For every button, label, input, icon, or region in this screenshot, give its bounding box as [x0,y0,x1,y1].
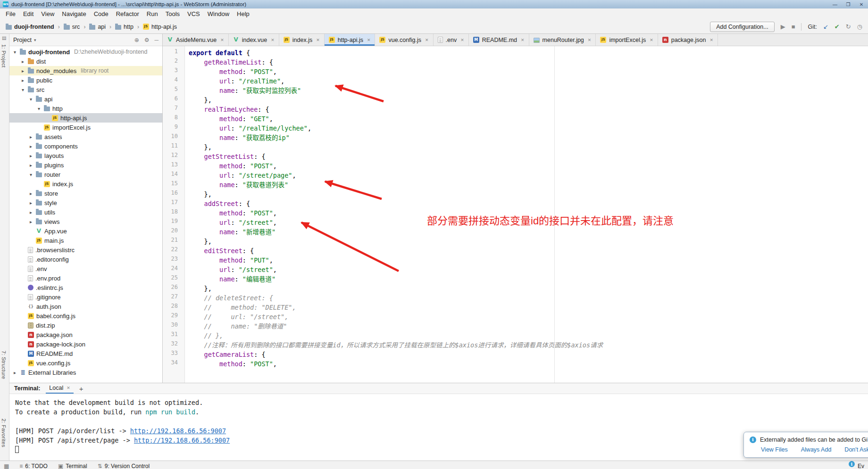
tree-item-node_modules[interactable]: ▸node_moduleslibrary root [9,66,162,75]
chevron-collapsed-icon[interactable]: ▸ [28,210,33,215]
code-line[interactable]: method: "POST", [189,161,868,171]
chevron-collapsed-icon[interactable]: ▸ [28,144,33,149]
tree-item-layouts[interactable]: ▸layouts [9,151,162,160]
tab-vue.config.js[interactable]: vue.config.js✕ [375,34,433,46]
terminal-output[interactable]: Note that the development build is not o… [9,394,868,461]
tree-item-dist.zip[interactable]: dist.zip [9,321,162,330]
tree-item-style[interactable]: ▸style [9,198,162,207]
code-line[interactable]: editStreet: { [189,246,868,255]
tab-package.json[interactable]: package.json✕ [658,34,718,46]
tree-item-package-lock.json[interactable]: package-lock.json [9,339,162,349]
menu-item-run[interactable]: Run [143,8,162,20]
menu-item-help[interactable]: Help [233,8,253,20]
view-files-link[interactable]: View Files [761,446,788,453]
tree-item-plugins[interactable]: ▸plugins [9,160,162,170]
tool-stripe-favorites[interactable]: 2: Favorites [1,419,7,447]
tool-stripe-structure[interactable]: 7: Structure [1,351,7,379]
menu-item-refactor[interactable]: Refactor [112,8,143,20]
breadcrumb-item[interactable]: api [88,24,107,30]
code-line[interactable]: //注释：所有用到删除的接口都需要拼接变量id，所以请求方式采用了挂载在原型链上… [189,340,868,350]
terminal-cursor[interactable] [15,446,19,453]
code-line[interactable]: name: "新增巷道" [189,227,868,237]
chevron-collapsed-icon[interactable]: ▸ [28,153,33,158]
code-line[interactable]: url: "/realTime/lychee", [189,123,868,133]
maximize-button[interactable]: ❐ [844,2,852,7]
tree-item-App.vue[interactable]: App.vue [9,226,162,236]
tree-item-.browserslistrc[interactable]: .browserslistrc [9,245,162,255]
code-line[interactable]: }, [189,189,868,199]
history-clock-icon[interactable]: ◷ [857,23,862,30]
menu-item-view[interactable]: View [37,8,58,20]
tree-item-.editorconfig[interactable]: .editorconfig [9,255,162,264]
close-icon[interactable]: ✕ [460,38,464,42]
close-icon[interactable]: ✕ [271,38,275,42]
close-icon[interactable]: ✕ [67,386,70,390]
tree-item-.env[interactable]: .env [9,264,162,273]
code-line[interactable]: name: "获取巷道列表" [189,180,868,189]
tree-item-.eslintrc.js[interactable]: .eslintrc.js [9,283,162,292]
tab-importExcel.js[interactable]: importExcel.js✕ [596,34,658,46]
git-commit-icon[interactable]: ✔ [835,23,840,30]
tree-item-vue.config.js[interactable]: vue.config.js [9,358,162,368]
chevron-down-icon[interactable]: ▾ [34,38,36,42]
tree-item-src[interactable]: ▾src [9,85,162,94]
run-icon[interactable]: ▶ [781,23,785,30]
tree-item-public[interactable]: ▸public [9,75,162,85]
chevron-expanded-icon[interactable]: ▾ [20,87,25,92]
tree-item-views[interactable]: ▸views [9,217,162,226]
code-line[interactable]: url: "/realTime", [189,76,868,86]
code-line[interactable]: }, [189,95,868,105]
gear-icon[interactable]: ⚙ [144,37,150,43]
tree-item-importExcel.js[interactable]: importExcel.js [9,123,162,132]
tree-item-http-api.js[interactable]: http-api.js [9,113,162,123]
tree-item-package.json[interactable]: package.json [9,330,162,339]
project-panel-title[interactable]: Project [13,37,32,43]
code-line[interactable]: name: "获取实时监控列表" [189,86,868,95]
tree-item-External Libraries[interactable]: ▸External Libraries [9,368,162,377]
tab-.env[interactable]: .env✕ [434,34,469,46]
code-line[interactable]: // deleteStreet: { [189,293,868,303]
always-add-link[interactable]: Always Add [801,446,832,453]
terminal-tab-local[interactable]: Local ✕ [46,383,73,394]
status-item-terminal[interactable]: ▣Terminal [58,461,87,469]
tree-item-store[interactable]: ▸store [9,189,162,198]
chevron-expanded-icon[interactable]: ▾ [28,97,33,102]
tree-item-README.md[interactable]: README.md [9,349,162,358]
close-icon[interactable]: ✕ [588,38,592,42]
code-line[interactable]: method: "PUT", [189,255,868,265]
terminal-link[interactable]: http://192.168.66.56:9007 [130,427,226,435]
tree-item-http[interactable]: ▾http [9,104,162,113]
hide-panel-icon[interactable]: ─ [154,37,159,43]
chevron-collapsed-icon[interactable]: ▸ [20,68,25,74]
code-line[interactable]: method: "GET", [189,114,868,123]
locate-icon[interactable]: ⊕ [134,37,139,43]
chevron-expanded-icon[interactable]: ▾ [12,49,17,55]
editor[interactable]: 1234567891011121314151617181920212223242… [163,46,868,383]
git-update-icon[interactable]: ↙ [823,23,828,30]
chevron-expanded-icon[interactable]: ▾ [36,106,42,111]
tab-index.vue[interactable]: index.vue✕ [229,34,279,46]
menu-item-file[interactable]: File [2,8,19,20]
code-line[interactable]: method: "POST", [189,359,868,369]
chevron-collapsed-icon[interactable]: ▸ [12,370,17,375]
menu-item-edit[interactable]: Edit [19,8,37,20]
close-button[interactable]: ✕ [858,2,865,7]
add-terminal-icon[interactable]: + [79,385,83,393]
code-line[interactable]: method: "POST", [189,67,868,76]
menu-item-tools[interactable]: Tools [162,8,184,20]
tab-README.md[interactable]: README.md✕ [469,34,529,46]
tree-item-duoji-frontend[interactable]: ▾duoji-frontendD:\zheheWeb\duoji-fronten… [9,47,162,57]
tree-item-main.js[interactable]: main.js [9,236,162,245]
menu-item-code[interactable]: Code [90,8,112,20]
dont-ask-again-link[interactable]: Don't Ask Agai [844,446,868,453]
close-icon[interactable]: ✕ [709,38,713,42]
minimize-button[interactable]: — [831,2,839,7]
event-log-label[interactable]: Ev [858,461,864,469]
code-line[interactable]: getRealTimeList: { [189,58,868,67]
chevron-collapsed-icon[interactable]: ▸ [28,134,33,140]
tab-http-api.js[interactable]: http-api.js✕ [325,34,376,46]
tab-menuRouter.jpg[interactable]: menuRouter.jpg✕ [529,34,596,46]
code-line[interactable]: url: "/street/page", [189,171,868,180]
chevron-collapsed-icon[interactable]: ▸ [28,191,33,196]
tree-item-components[interactable]: ▸components [9,141,162,151]
